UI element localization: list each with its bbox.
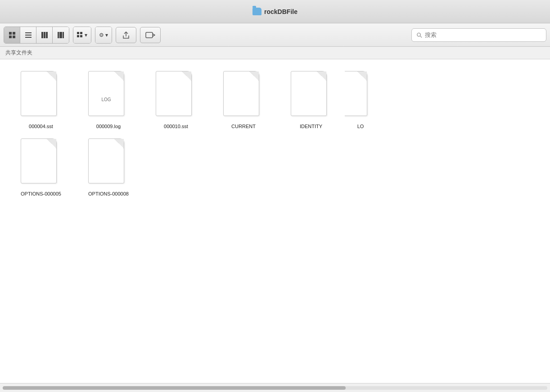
svg-rect-14 xyxy=(80,32,82,34)
file-name: OPTIONS-000008 xyxy=(88,191,129,197)
svg-rect-2 xyxy=(9,36,12,38)
file-icon xyxy=(291,71,331,120)
file-name: 000009.log xyxy=(96,123,121,129)
file-name: LO xyxy=(357,123,364,129)
doc-shape xyxy=(223,71,259,116)
search-icon xyxy=(416,32,422,38)
scrollbar-track[interactable] xyxy=(3,386,547,390)
settings-btn[interactable]: ⚙ ▾ xyxy=(95,27,112,43)
files-area: 000004.sst LOG 000009.log 000010.sst CUR… xyxy=(0,59,550,383)
group-btn-arrow: ▾ xyxy=(85,32,87,38)
file-icon: LOG xyxy=(88,71,129,120)
file-icon xyxy=(223,71,264,120)
search-input[interactable] xyxy=(425,31,541,38)
svg-rect-0 xyxy=(9,32,12,35)
toolbar: ▾ ⚙ ▾ xyxy=(0,23,550,47)
view-gallery-btn[interactable] xyxy=(53,27,69,43)
file-name: 000004.sst xyxy=(29,123,53,129)
gear-icon: ⚙ xyxy=(99,32,104,38)
tag-btn[interactable] xyxy=(140,27,161,43)
doc-label: LOG xyxy=(89,97,124,102)
main-content: 000004.sst LOG 000009.log 000010.sst CUR… xyxy=(0,59,550,392)
search-box[interactable] xyxy=(411,28,546,42)
svg-rect-10 xyxy=(58,32,59,38)
file-icon xyxy=(156,71,196,120)
view-list-btn[interactable] xyxy=(20,27,36,43)
title-bar: rockDBFile xyxy=(0,0,550,23)
window-title-group: rockDBFile xyxy=(252,8,298,15)
settings-group: ⚙ ▾ xyxy=(95,27,112,44)
file-item[interactable]: LOG 000009.log xyxy=(75,67,142,134)
file-item[interactable]: CURRENT xyxy=(210,67,277,134)
svg-point-19 xyxy=(417,33,420,36)
scrollbar-area[interactable] xyxy=(0,383,550,392)
file-item[interactable]: OPTIONS-000008 xyxy=(75,134,142,201)
folder-icon xyxy=(252,8,261,15)
svg-rect-6 xyxy=(25,37,32,38)
share-btn[interactable] xyxy=(116,27,136,43)
file-name: OPTIONS-000005 xyxy=(21,191,61,197)
svg-rect-1 xyxy=(13,32,15,35)
svg-rect-5 xyxy=(25,35,32,36)
svg-rect-11 xyxy=(59,32,62,38)
file-icon xyxy=(88,138,129,188)
svg-rect-12 xyxy=(63,32,64,38)
file-item[interactable]: LO xyxy=(345,67,376,134)
svg-rect-4 xyxy=(25,32,32,33)
file-item[interactable]: 000010.sst xyxy=(142,67,210,134)
doc-shape xyxy=(291,71,327,116)
doc-shape xyxy=(21,138,57,183)
svg-rect-18 xyxy=(146,32,153,38)
file-item[interactable]: 000004.sst xyxy=(7,67,75,134)
scrollbar-thumb[interactable] xyxy=(3,386,346,390)
file-name: IDENTITY xyxy=(300,123,322,129)
svg-line-20 xyxy=(420,36,422,37)
svg-rect-16 xyxy=(80,35,82,37)
doc-shape xyxy=(21,71,57,116)
view-icon-btn[interactable] xyxy=(4,27,20,43)
sort-group: ▾ xyxy=(73,27,91,44)
doc-shape: LOG xyxy=(88,71,124,116)
view-column-btn[interactable] xyxy=(36,27,53,43)
file-item[interactable]: OPTIONS-000005 xyxy=(7,134,75,201)
svg-rect-3 xyxy=(13,36,15,38)
doc-shape xyxy=(156,71,192,116)
breadcrumb-text: 共享文件夹 xyxy=(5,49,32,57)
svg-rect-13 xyxy=(77,32,79,34)
view-mode-group xyxy=(4,27,69,44)
doc-shape xyxy=(345,71,367,116)
group-btn[interactable]: ▾ xyxy=(73,27,91,43)
doc-shape xyxy=(88,138,124,183)
svg-rect-9 xyxy=(46,32,48,38)
breadcrumb-bar: 共享文件夹 xyxy=(0,47,550,59)
file-name: 000010.sst xyxy=(164,123,188,129)
file-icon xyxy=(21,71,61,120)
window-title: rockDBFile xyxy=(264,8,298,15)
file-name: CURRENT xyxy=(231,123,256,129)
svg-rect-15 xyxy=(77,35,79,37)
settings-arrow: ▾ xyxy=(105,32,108,38)
file-icon xyxy=(345,71,376,120)
svg-rect-8 xyxy=(44,32,45,38)
file-item[interactable]: IDENTITY xyxy=(277,67,345,134)
file-icon xyxy=(21,138,61,188)
svg-rect-7 xyxy=(41,32,43,38)
